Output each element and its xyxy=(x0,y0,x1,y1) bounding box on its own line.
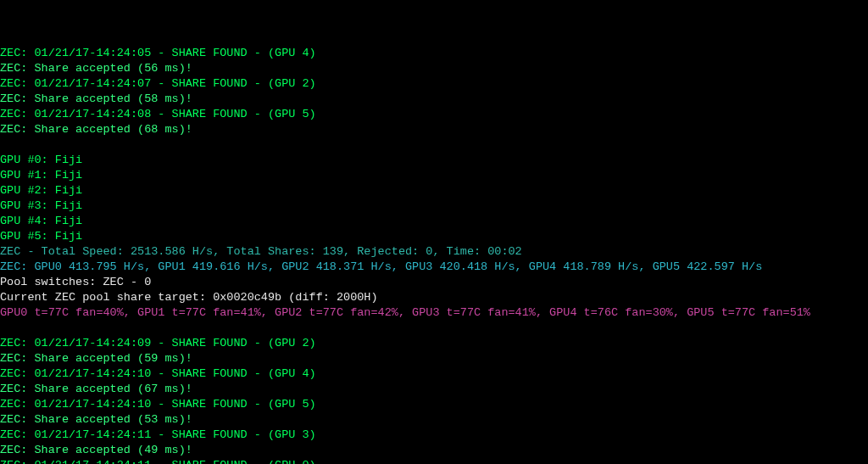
terminal-line: GPU #5: Fiji xyxy=(0,229,868,244)
terminal-line: ZEC: Share accepted (58 ms)! xyxy=(0,92,868,107)
terminal-line: ZEC: Share accepted (67 ms)! xyxy=(0,382,868,397)
terminal-line xyxy=(0,321,868,336)
terminal-line: ZEC: 01/21/17-14:24:10 - SHARE FOUND - (… xyxy=(0,397,868,412)
terminal-line: ZEC - Total Speed: 2513.586 H/s, Total S… xyxy=(0,244,868,260)
terminal-line: Current ZEC pool share target: 0x0020c49… xyxy=(0,290,868,305)
terminal-line: ZEC: Share accepted (53 ms)! xyxy=(0,412,868,428)
terminal-line: ZEC: GPU0 413.795 H/s, GPU1 419.616 H/s,… xyxy=(0,260,868,275)
terminal-line: ZEC: 01/21/17-14:24:11 - SHARE FOUND - (… xyxy=(0,428,868,443)
terminal-line: GPU #4: Fiji xyxy=(0,214,868,229)
terminal-line: GPU0 t=77C fan=40%, GPU1 t=77C fan=41%, … xyxy=(0,305,868,321)
terminal-line: ZEC: 01/21/17-14:24:08 - SHARE FOUND - (… xyxy=(0,107,868,122)
terminal-line: GPU #1: Fiji xyxy=(0,168,868,183)
terminal-line: ZEC: Share accepted (68 ms)! xyxy=(0,122,868,137)
terminal-line: GPU #3: Fiji xyxy=(0,198,868,214)
terminal-line: ZEC: 01/21/17-14:24:05 - SHARE FOUND - (… xyxy=(0,46,868,61)
terminal-output: ZEC: 01/21/17-14:24:05 - SHARE FOUND - (… xyxy=(0,46,868,464)
terminal-line: GPU #2: Fiji xyxy=(0,183,868,198)
terminal-line: ZEC: Share accepted (49 ms)! xyxy=(0,443,868,458)
terminal-line: ZEC: 01/21/17-14:24:11 - SHARE FOUND - (… xyxy=(0,458,868,464)
terminal-line: ZEC: 01/21/17-14:24:09 - SHARE FOUND - (… xyxy=(0,336,868,351)
terminal-line: ZEC: Share accepted (59 ms)! xyxy=(0,351,868,366)
terminal-line: GPU #0: Fiji xyxy=(0,153,868,168)
terminal-line: ZEC: Share accepted (56 ms)! xyxy=(0,61,868,76)
terminal-line xyxy=(0,137,868,153)
terminal-line: Pool switches: ZEC - 0 xyxy=(0,275,868,290)
terminal-line: ZEC: 01/21/17-14:24:07 - SHARE FOUND - (… xyxy=(0,76,868,92)
terminal-line: ZEC: 01/21/17-14:24:10 - SHARE FOUND - (… xyxy=(0,366,868,382)
